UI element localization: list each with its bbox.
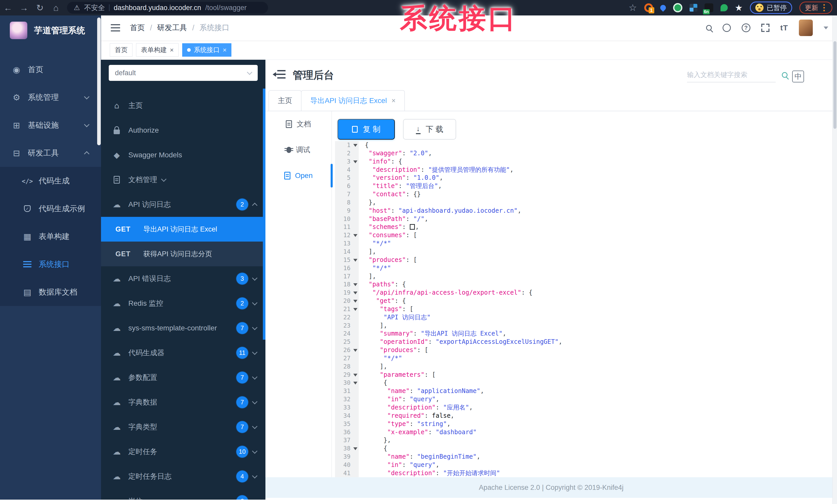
extension-6n-icon[interactable]: 6n [705,3,713,12]
sidebar-subitem-1[interactable]: 代码生成示例 [0,195,101,223]
swagger-item-7[interactable]: ☁sys-sms-template-controller7 [101,316,265,340]
swagger-item-8[interactable]: ☁代码生成器11 [101,340,265,365]
chevron-down-icon [252,498,257,500]
swagger-item-14[interactable]: ☁岗位6 [101,489,265,500]
help-icon[interactable] [742,23,750,32]
code-line: 14 ], [335,248,837,256]
swagger-item-13[interactable]: ☁定时任务日志4 [101,464,265,489]
fold-toggle-icon[interactable] [353,234,357,237]
sidebar-item-1[interactable]: ⚙系统管理 [0,83,101,111]
swagger-item-2[interactable]: ◆Swagger Models [101,143,265,167]
swagger-item-5[interactable]: ☁API 错误日志3 [101,266,265,291]
code-line: 29 "parameters": [ [335,371,837,379]
code-line: 3 "info": { [335,157,837,166]
breadcrumb-devtools[interactable]: 研发工具 [157,23,187,33]
close-icon[interactable]: × [391,97,395,105]
extension-green-icon[interactable] [673,3,682,12]
extension-pin-icon[interactable] [659,4,667,12]
fold-toggle-icon[interactable] [353,292,357,294]
tag-2[interactable]: 系统接口× [182,43,231,57]
browser-reload-icon[interactable]: ↻ [32,0,48,16]
browser-menu-icon[interactable] [823,7,825,8]
update-button[interactable]: 更新 [799,2,832,14]
swagger-item-6[interactable]: ☁Redis 监控2 [101,291,265,316]
collapse-menu-icon[interactable] [274,70,286,79]
fold-toggle-icon[interactable] [353,144,357,147]
extension-grid-icon[interactable] [690,4,697,12]
browser-forward-icon[interactable]: → [16,0,32,16]
operation-item-1[interactable]: GET获得API 访问日志分页 [101,242,265,266]
close-icon[interactable]: × [170,46,174,53]
sidebar-item-2[interactable]: ⊞基础设施 [0,111,101,139]
line-number: 34 [335,412,359,420]
extension-leaf-icon[interactable] [720,4,728,11]
doc-side-nav: 文档调试Open [265,111,332,477]
fold-toggle-icon[interactable] [353,374,357,376]
fold-toggle-icon[interactable] [353,349,357,352]
extension-orange-icon[interactable]: 1 [644,3,653,12]
swagger-item-9[interactable]: ☁参数配置7 [101,365,265,390]
bookmark-star-icon[interactable]: ☆ [628,2,637,13]
swagger-item-1[interactable]: Authorize [101,118,265,143]
tag-1[interactable]: 表单构建× [136,43,179,57]
chevron-down-icon[interactable] [824,26,828,30]
doc-tab-1[interactable]: 导出API 访问日志 Excel× [301,90,405,111]
fullscreen-icon[interactable] [761,24,769,32]
code-line: 37 }, [335,436,837,445]
copy-button[interactable]: 复 制 [338,119,395,139]
browser-home-icon[interactable]: ⌂ [48,0,64,16]
line-number: 16 [335,264,359,273]
language-toggle[interactable]: 中 [792,71,804,82]
tag-0[interactable]: 首页 [110,43,132,57]
close-icon[interactable]: × [222,46,227,53]
operation-item-0[interactable]: GET导出API 访问日志 Excel [101,217,265,242]
chevron-down-icon [84,122,89,127]
page-scrollbar[interactable] [832,16,837,504]
sidebar-subitem-3[interactable]: 系统接口 [0,250,101,278]
fold-toggle-icon[interactable] [353,259,357,262]
code-editor[interactable]: 1{2 "swagger": "2.0",3 "info": {4 "descr… [335,141,837,478]
sidebar-subitem-2[interactable]: ▦表单构建 [0,223,101,250]
search-icon[interactable] [706,25,712,31]
group-select[interactable]: default [109,65,258,81]
fold-toggle-icon[interactable] [353,308,357,311]
swagger-sidebar-scrollbar[interactable] [263,89,265,340]
fold-toggle-icon[interactable] [353,300,357,303]
fold-toggle-icon[interactable] [353,161,357,163]
swagger-item-4[interactable]: ☁API 访问日志2 [101,192,265,217]
doc-nav-文档[interactable]: 文档 [265,111,332,137]
code-content: "*/*" [359,240,391,248]
swagger-item-0[interactable]: ⌂主页 [101,93,265,118]
swagger-item-3[interactable]: 文档管理 [101,167,265,192]
extension-star-icon[interactable]: ★ [735,3,743,13]
doc-nav-调试[interactable]: 调试 [265,137,332,163]
breadcrumb-home[interactable]: 首页 [130,23,145,33]
font-size-icon[interactable] [780,23,788,32]
doc-search-icon[interactable] [782,72,787,78]
user-avatar[interactable] [799,20,813,36]
doc-tab-0[interactable]: 主页 [268,90,302,111]
swagger-item-12[interactable]: ☁定时任务10 [101,440,265,464]
address-bar[interactable]: ⚠ 不安全 dashboard.yudao.iocoder.cn/tool/sw… [67,2,268,14]
paused-profile-pill[interactable]: 已暂停 [750,2,792,14]
page-scrollbar-thumb[interactable] [833,41,836,129]
hamburger-icon[interactable] [111,24,120,32]
fold-toggle-icon[interactable] [353,382,357,385]
swagger-item-10[interactable]: ☁字典数据7 [101,390,265,415]
fold-toggle-icon[interactable] [353,283,357,286]
sidebar-subitem-4[interactable]: ▤数据库文档 [0,278,101,306]
swagger-item-11[interactable]: ☁字典类型7 [101,415,265,440]
sidebar-item-0[interactable]: ◉首页 [0,56,101,83]
doc-search-input[interactable] [687,68,776,82]
doc-nav-open[interactable]: Open [265,163,332,188]
code-line: 39 "name": "beginBeginTime", [335,453,837,461]
github-icon[interactable] [723,24,731,32]
fold-toggle-icon[interactable] [353,447,357,450]
code-content: }, [359,199,376,207]
sidebar-scrollbar[interactable] [97,18,101,145]
sidebar-subitem-0[interactable]: 代码生成 [0,167,101,195]
dev-tools-icon: ⊟ [11,148,22,158]
browser-back-icon[interactable]: ← [0,0,16,16]
sidebar-item-3[interactable]: ⊟研发工具 [0,139,101,167]
download-button[interactable]: 下 载 [403,119,456,139]
